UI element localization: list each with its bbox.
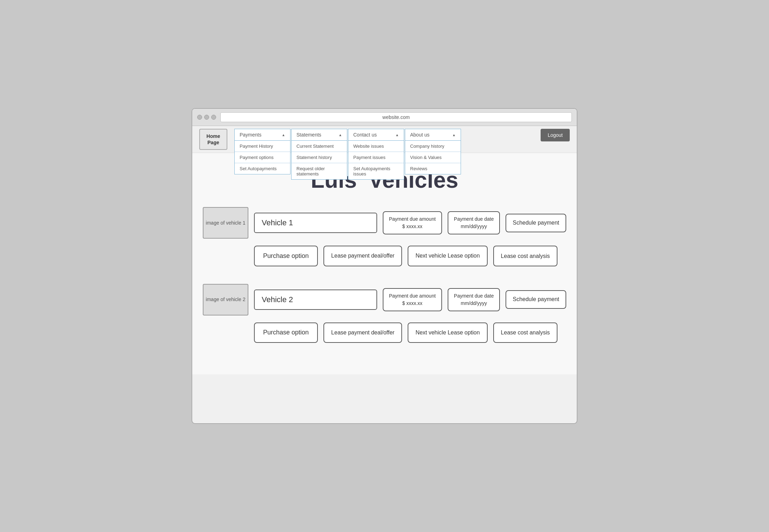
vehicle-1-bottom-row: Purchase option Lease payment deal/offer… — [254, 246, 566, 266]
vehicle-1-payment-date: Payment due date mm/dd/yyyy — [448, 211, 500, 234]
vehicle-2-bottom-row: Purchase option Lease payment deal/offer… — [254, 322, 566, 343]
nav-item-payment-history[interactable]: Payment History — [235, 141, 290, 152]
vehicle-2-name: Vehicle 2 — [254, 290, 377, 310]
nav-item-company-history[interactable]: Company history — [405, 141, 461, 152]
about-arrow-icon: ▲ — [452, 133, 456, 137]
nav-menu-payments-header[interactable]: Payments ▲ — [234, 129, 290, 141]
browser-chrome: website.com — [192, 109, 577, 126]
nav-menu-about-header[interactable]: About us ▲ — [405, 129, 461, 141]
vehicle-2-payment-date: Payment due date mm/dd/yyyy — [448, 288, 500, 311]
nav-bar: HomePage Payments ▲ Payment History Paym… — [192, 126, 577, 153]
vehicle-2-schedule-payment-button[interactable]: Schedule payment — [506, 290, 566, 309]
vehicle-2-image: image of vehicle 2 — [203, 284, 248, 315]
home-page-button[interactable]: HomePage — [199, 129, 227, 150]
nav-menus: Payments ▲ Payment History Payment optio… — [234, 129, 541, 141]
nav-item-current-statement[interactable]: Current Statement — [292, 141, 347, 152]
browser-window: website.com HomePage Payments ▲ Payment … — [192, 108, 577, 424]
vehicle-2-payment-amount: Payment due amount $ xxxx.xx — [383, 288, 442, 311]
nav-menu-contact-label: Contact us — [353, 132, 377, 138]
nav-item-statement-history[interactable]: Statement history — [292, 152, 347, 163]
payment-due-date-label-1: Payment due date — [454, 215, 494, 223]
nav-menu-statements-label: Statements — [296, 132, 321, 138]
nav-menu-payments-label: Payments — [240, 132, 261, 138]
vehicle-1-image: image of vehicle 1 — [203, 207, 248, 239]
dot-yellow — [204, 115, 209, 120]
nav-item-payment-options[interactable]: Payment options — [235, 152, 290, 163]
nav-menu-contact-header[interactable]: Contact us ▲ — [348, 129, 404, 141]
main-content: Luis' Vehicles image of vehicle 1 Vehicl… — [192, 153, 577, 374]
payment-due-amount-label-2: Payment due amount — [389, 292, 436, 300]
nav-item-payment-issues[interactable]: Payment issues — [348, 152, 404, 163]
vehicle-2-lease-payment-button[interactable]: Lease payment deal/offer — [323, 322, 402, 343]
payment-due-date-value-1: mm/dd/yyyy — [454, 223, 494, 230]
vehicle-section-2: image of vehicle 2 Vehicle 2 Payment due… — [203, 284, 566, 343]
vehicle-2-purchase-option-button[interactable]: Purchase option — [254, 322, 318, 343]
nav-menu-payments-dropdown: Payment History Payment options Set Auto… — [234, 141, 290, 174]
contact-arrow-icon: ▲ — [395, 133, 399, 137]
nav-item-request-older[interactable]: Request older statements — [292, 163, 347, 179]
vehicle-1-lease-payment-button[interactable]: Lease payment deal/offer — [323, 246, 402, 266]
vehicle-section-1: image of vehicle 1 Vehicle 1 Payment due… — [203, 207, 566, 266]
vehicle-2-lease-cost-button[interactable]: Lease cost analysis — [493, 322, 558, 343]
nav-menu-statements[interactable]: Statements ▲ Current Statement Statement… — [291, 129, 347, 141]
nav-menu-contact-dropdown: Website issues Payment issues Set Autopa… — [348, 141, 404, 180]
nav-menu-contact[interactable]: Contact us ▲ Website issues Payment issu… — [348, 129, 404, 141]
nav-item-autopayments-issues[interactable]: Set Autopayments issues — [348, 163, 404, 179]
payment-due-amount-value-2: $ xxxx.xx — [389, 300, 436, 307]
nav-menu-statements-header[interactable]: Statements ▲ — [291, 129, 347, 141]
nav-menu-payments[interactable]: Payments ▲ Payment History Payment optio… — [234, 129, 290, 141]
vehicle-1-lease-cost-button[interactable]: Lease cost analysis — [493, 246, 558, 266]
dot-green — [211, 115, 216, 120]
payment-due-date-value-2: mm/dd/yyyy — [454, 300, 494, 307]
vehicle-2-next-vehicle-button[interactable]: Next vehicle Lease option — [408, 322, 487, 343]
nav-menu-about[interactable]: About us ▲ Company history Vision & Valu… — [405, 129, 461, 141]
vehicle-1-top-row: image of vehicle 1 Vehicle 1 Payment due… — [203, 207, 566, 239]
payment-due-amount-value-1: $ xxxx.xx — [389, 223, 436, 230]
nav-item-set-autopayments[interactable]: Set Autopayments — [235, 163, 290, 174]
vehicle-1-purchase-option-button[interactable]: Purchase option — [254, 246, 318, 266]
payments-arrow-icon: ▲ — [282, 133, 285, 137]
dot-red — [197, 115, 202, 120]
nav-menu-statements-dropdown: Current Statement Statement history Requ… — [291, 141, 347, 180]
nav-menu-about-dropdown: Company history Vision & Values Reviews — [405, 141, 461, 174]
vehicle-2-top-row: image of vehicle 2 Vehicle 2 Payment due… — [203, 284, 566, 315]
nav-item-reviews[interactable]: Reviews — [405, 163, 461, 174]
nav-item-vision-values[interactable]: Vision & Values — [405, 152, 461, 163]
logout-button[interactable]: Logout — [541, 129, 570, 141]
browser-dots — [197, 115, 216, 120]
nav-menu-about-label: About us — [410, 132, 429, 138]
vehicle-1-name: Vehicle 1 — [254, 213, 377, 233]
payment-due-amount-label-1: Payment due amount — [389, 215, 436, 223]
nav-item-website-issues[interactable]: Website issues — [348, 141, 404, 152]
statements-arrow-icon: ▲ — [339, 133, 342, 137]
address-bar[interactable]: website.com — [220, 112, 572, 122]
vehicle-1-next-vehicle-button[interactable]: Next vehicle Lease option — [408, 246, 487, 266]
vehicle-1-payment-amount: Payment due amount $ xxxx.xx — [383, 211, 442, 234]
payment-due-date-label-2: Payment due date — [454, 292, 494, 300]
vehicle-1-schedule-payment-button[interactable]: Schedule payment — [506, 214, 566, 232]
